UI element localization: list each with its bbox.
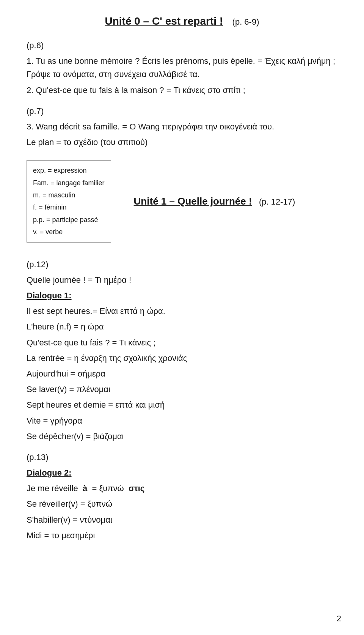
unit1-header-area: exp. = expression Fam. = langage familie… (27, 156, 337, 246)
ref-p7: (p.7) (27, 104, 337, 118)
section-p12: (p.12) Quelle journée ! = Τι ημέρα ! Dia… (27, 258, 337, 443)
p12-line1: Il est sept heures.= Είναι επτά η ώρα. (27, 304, 337, 318)
legend-line1: exp. = expression (33, 164, 105, 176)
p12-line2: L'heure (n.f) = η ώρα (27, 320, 337, 333)
p12-line5: Aujourd'hui = σήμερα (27, 367, 337, 380)
section-p13: (p.13) Dialogue 2: Je me réveille à = ξυ… (27, 451, 337, 542)
section-p6: (p.6) 1. Tu as une bonne mémoire ? Écris… (27, 39, 337, 97)
ref-p6: (p.6) (27, 39, 337, 52)
p12-line7: Sept heures et demie = επτά και μισή (27, 398, 337, 411)
dialogue1-label: Dialogue 1: (27, 289, 337, 302)
p12-line6: Se laver(v) = πλένομαι (27, 383, 337, 396)
p13-line2: Se réveiller(v) = ξυπνώ (27, 497, 337, 511)
page-number: 2 (337, 614, 341, 624)
p13-line4: Midi = το μεσημέρι (27, 529, 337, 542)
p12-line3: Qu'est-ce que tu fais ? = Τι κάνεις ; (27, 336, 337, 349)
dialogue2-label: Dialogue 2: (27, 466, 337, 479)
legend-line5: p.p. = participe passé (33, 214, 105, 226)
legend-line6: v. = verbe (33, 226, 105, 238)
phrase-quelle-journee: Quelle journée ! = Τι ημέρα ! (27, 273, 337, 287)
legend-line2: Fam. = langage familier (33, 177, 105, 189)
unit1-title: Unité 1 – Quelle journée ! (134, 195, 252, 207)
ref-p12: (p.12) (27, 258, 337, 271)
section-p7: (p.7) 3. Wang décrit sa famille. = O Wan… (27, 104, 337, 149)
item1: 1. Tu as une bonne mémoire ? Écris les p… (27, 54, 337, 81)
p13-line1: Je me réveille à = ξυπνώ στις (27, 482, 337, 495)
p12-line8: Vite = γρήγορα (27, 414, 337, 427)
p12-line9: Se dépêcher(v) = βιάζομαι (27, 430, 337, 443)
item3: 3. Wang décrit sa famille. = O Wang περι… (27, 120, 337, 133)
main-title: Unité 0 – C' est reparti ! (p. 6-9) (105, 17, 259, 27)
legend-box: exp. = expression Fam. = langage familie… (27, 160, 111, 242)
unit1-page-range: (p. 12-17) (259, 197, 295, 206)
p12-line4: La rentrée = η έναρξη της σχολικής χρονι… (27, 351, 337, 365)
legend-line3: m. = masculin (33, 189, 105, 201)
page-header: Unité 0 – C' est reparti ! (p. 6-9) (27, 15, 337, 27)
p13-line3: S'habiller(v) = ντύνομαι (27, 513, 337, 526)
ref-p13: (p.13) (27, 451, 337, 464)
legend-line4: f. = féminin (33, 201, 105, 213)
item2: 2. Qu'est-ce que tu fais à la maison ? =… (27, 84, 337, 97)
item4: Le plan = το σχέδιο (του σπιτιού) (27, 136, 337, 149)
unit1-title-block: Unité 1 – Quelle journée ! (p. 12-17) (134, 195, 295, 207)
